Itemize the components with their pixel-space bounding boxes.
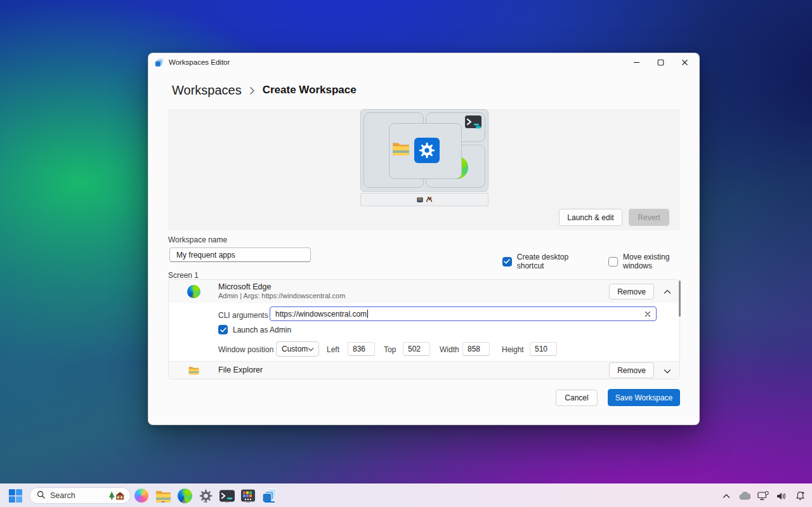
system-tray: [721, 484, 806, 507]
minimize-button[interactable]: [624, 53, 648, 71]
checkbox-checked-icon[interactable]: [218, 325, 228, 334]
left-value: 836: [353, 345, 365, 353]
width-input[interactable]: 858: [462, 342, 490, 356]
window-title: Workspaces Editor: [169, 58, 230, 66]
taskbar: Search: [0, 484, 812, 507]
taskbar-edge-icon[interactable]: [176, 487, 193, 504]
app-row-microsoft-edge[interactable]: Microsoft Edge Admin | Args: https://win…: [169, 280, 679, 303]
workspaces-editor-window: Workspaces Editor Workspaces Create Work…: [148, 53, 700, 425]
app-title: File Explorer: [218, 365, 263, 374]
preview-taskbar-pen-icon: [426, 194, 433, 206]
text-caret: [367, 310, 368, 318]
onedrive-cloud-icon[interactable]: [739, 490, 750, 503]
top-value: 502: [408, 345, 421, 353]
search-highlight-icon[interactable]: [108, 491, 125, 501]
remove-edge-button[interactable]: Remove: [609, 284, 654, 300]
terminal-icon: [465, 115, 481, 132]
create-desktop-shortcut-label: Create desktop shortcut: [517, 253, 596, 270]
cli-arguments-value: https://windowscentral.com: [275, 310, 367, 319]
move-existing-windows-label: Move existing windows: [623, 253, 699, 270]
revert-button[interactable]: Revert: [629, 209, 669, 226]
preview-actions: Launch & edit Revert: [559, 209, 669, 226]
window-position-label: Window position: [218, 345, 273, 354]
app-row-file-explorer[interactable]: File Explorer Remove: [169, 361, 679, 379]
window-tile-center: [389, 123, 462, 179]
edge-expanded-settings: CLI arguments https://windowscentral.com…: [169, 303, 679, 361]
cli-arguments-label: CLI arguments: [218, 311, 268, 320]
app-subtitle: Admin | Args: https://windowscentral.com: [218, 292, 345, 300]
workspace-name-value: My frequent apps: [176, 251, 235, 260]
workspace-options: Create desktop shortcut Move existing wi…: [502, 253, 699, 270]
folder-icon: [188, 365, 199, 378]
window-controls: [624, 53, 697, 71]
chevron-right-icon: [249, 85, 255, 95]
hidden-icons-chevron-icon[interactable]: [721, 490, 732, 503]
checkbox-unchecked-icon[interactable]: [608, 257, 618, 267]
breadcrumb: Workspaces Create Workspace: [172, 80, 357, 100]
chevron-down-icon: [308, 345, 314, 353]
cli-arguments-input[interactable]: https://windowscentral.com: [270, 306, 657, 321]
volume-icon[interactable]: [776, 490, 787, 503]
app-title: Microsoft Edge: [218, 282, 271, 291]
chevron-down-icon[interactable]: [663, 367, 672, 376]
screen-section-label: Screen 1: [168, 271, 199, 280]
monitor-taskbar-strip: [360, 193, 488, 206]
workspace-name-label: Workspace name: [168, 235, 227, 244]
save-workspace-button[interactable]: Save Workspace: [608, 389, 680, 406]
edge-icon: [187, 285, 200, 298]
height-label: Height: [502, 345, 524, 354]
create-desktop-shortcut-option[interactable]: Create desktop shortcut: [502, 253, 596, 270]
top-label: Top: [384, 345, 396, 354]
clear-input-icon[interactable]: [645, 311, 651, 317]
search-placeholder: Search: [50, 491, 75, 500]
taskbar-settings-icon[interactable]: [197, 487, 214, 504]
close-button[interactable]: [672, 53, 697, 71]
preview-taskbar-grid-icon: [417, 194, 423, 206]
page-title: Create Workspace: [263, 84, 357, 96]
workspaces-app-icon: [155, 58, 164, 67]
network-icon[interactable]: [757, 490, 769, 503]
cancel-button[interactable]: Cancel: [556, 390, 598, 406]
search-icon: [37, 490, 45, 501]
taskbar-file-explorer-icon[interactable]: [155, 487, 171, 504]
position-mode-dropdown[interactable]: Custom: [276, 341, 319, 357]
settings-gear-icon: [414, 138, 440, 163]
top-input[interactable]: 502: [403, 342, 430, 356]
taskbar-copilot-icon[interactable]: [133, 487, 150, 504]
width-label: Width: [440, 345, 459, 354]
taskbar-app-grid-icon[interactable]: [240, 487, 256, 504]
launch-as-admin-option[interactable]: Launch as Admin: [218, 325, 291, 334]
folder-icon: [392, 141, 410, 159]
scrollbar-thumb[interactable]: [679, 280, 681, 317]
height-input[interactable]: 510: [530, 342, 557, 356]
height-value: 510: [535, 345, 547, 353]
start-button[interactable]: [8, 489, 23, 503]
width-value: 858: [468, 345, 480, 353]
checkbox-checked-icon[interactable]: [502, 257, 512, 267]
maximize-button[interactable]: [648, 53, 672, 71]
breadcrumb-workspaces[interactable]: Workspaces: [172, 83, 242, 98]
footer-actions: Cancel Save Workspace: [556, 389, 680, 406]
remove-file-explorer-button[interactable]: Remove: [609, 362, 654, 378]
launch-and-edit-button[interactable]: Launch & edit: [559, 209, 622, 226]
workspace-name-input[interactable]: My frequent apps: [169, 247, 311, 262]
left-input[interactable]: 836: [348, 342, 375, 356]
screen-app-list: Microsoft Edge Admin | Args: https://win…: [168, 279, 680, 379]
workspace-preview-panel: Launch & edit Revert: [168, 109, 680, 230]
monitor-preview: [360, 109, 488, 192]
left-label: Left: [327, 345, 339, 354]
position-mode-value: Custom: [282, 345, 308, 353]
notifications-bell-icon[interactable]: [794, 490, 806, 503]
chevron-up-icon[interactable]: [663, 287, 672, 296]
taskbar-terminal-icon[interactable]: [219, 487, 235, 504]
launch-as-admin-label: Launch as Admin: [233, 326, 291, 334]
move-existing-windows-option[interactable]: Move existing windows: [608, 253, 699, 270]
search-box[interactable]: Search: [29, 487, 131, 504]
taskbar-workspaces-icon[interactable]: [261, 487, 278, 504]
